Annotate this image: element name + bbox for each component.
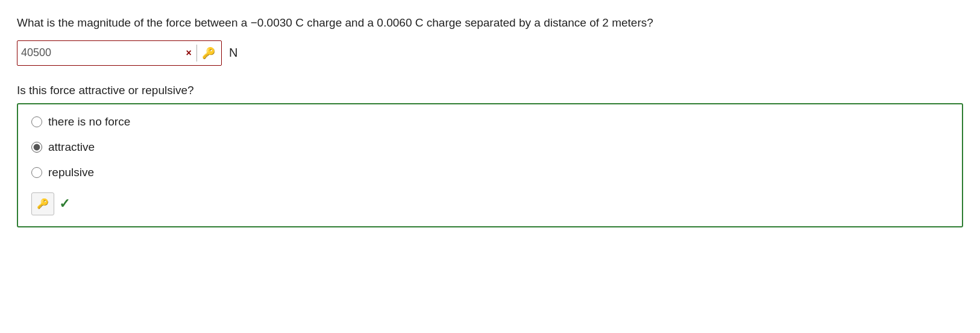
key-icon-button[interactable]: 🔑 [199, 46, 218, 60]
check-icon: ✓ [59, 196, 70, 212]
q1-text-part3: charge separated by a distance of 2 mete… [424, 16, 653, 29]
q1-text-part1: What is the magnitude of the force betwe… [17, 16, 251, 29]
q1-text-part2: charge and a [304, 16, 377, 29]
unit-label: N [229, 46, 237, 60]
option-attractive[interactable]: attractive [31, 141, 949, 154]
charge1-value: 0.0030 [257, 16, 292, 29]
submit-row: 🔑 ✓ [31, 192, 949, 215]
key-icon: 🔑 [202, 46, 215, 60]
vertical-separator [196, 45, 197, 62]
clear-button[interactable]: × [183, 48, 193, 59]
option-attractive-label: attractive [48, 141, 95, 154]
charge1-unit: C [295, 16, 304, 29]
radio-attractive[interactable] [31, 142, 42, 153]
radio-repulsive[interactable] [31, 167, 42, 178]
question2-label: Is this force attractive or repulsive? [17, 84, 963, 97]
option-no-force-label: there is no force [48, 115, 130, 128]
option-repulsive[interactable]: repulsive [31, 166, 949, 179]
submit-key-button[interactable]: 🔑 [31, 192, 54, 215]
charge2-value: 0.0060 [377, 16, 412, 29]
submit-key-icon: 🔑 [37, 198, 49, 209]
radio-no-force[interactable] [31, 116, 42, 127]
radio-options: there is no force attractive repulsive [31, 115, 949, 179]
answer-input-row: × 🔑 N [17, 40, 963, 66]
charge2-unit: C [415, 16, 424, 29]
option-repulsive-label: repulsive [48, 166, 94, 179]
question1-text: What is the magnitude of the force betwe… [17, 14, 957, 32]
charge1-sign: − [251, 16, 257, 29]
radio-panel: there is no force attractive repulsive 🔑… [17, 103, 963, 227]
answer-input[interactable] [21, 46, 183, 59]
answer-input-box: × 🔑 [17, 40, 222, 66]
option-no-force[interactable]: there is no force [31, 115, 949, 128]
